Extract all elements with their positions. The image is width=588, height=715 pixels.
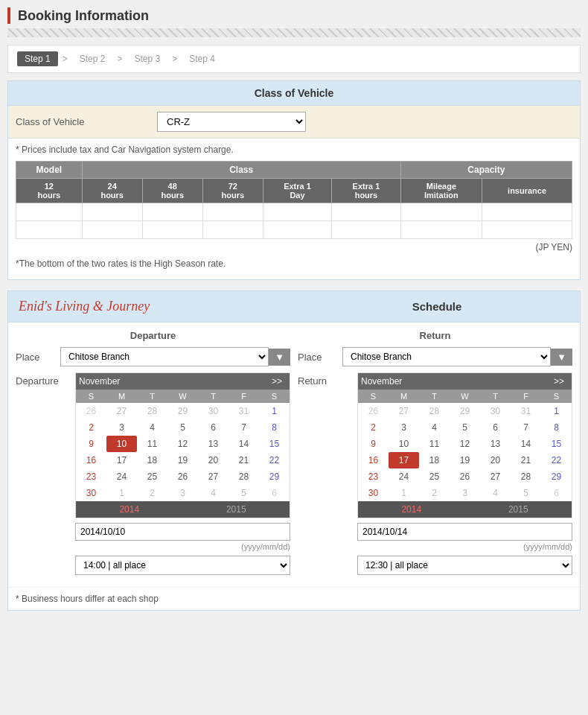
cal-cell[interactable]: 24 — [389, 468, 419, 485]
cal-cell[interactable]: 19 — [450, 452, 480, 468]
cal-cell[interactable]: 31 — [511, 403, 541, 419]
departure-year-2014[interactable]: 2014 — [76, 501, 183, 518]
cal-cell[interactable]: 20 — [480, 452, 511, 468]
cal-cell[interactable]: 3 — [167, 485, 198, 501]
cal-cell[interactable]: 28 — [419, 403, 450, 419]
cal-cell[interactable]: 20 — [198, 452, 229, 468]
cal-cell[interactable]: 24 — [106, 468, 137, 485]
cal-cell[interactable]: 2 — [137, 485, 167, 501]
cal-cell[interactable]: 25 — [419, 468, 450, 485]
cal-cell[interactable]: 26 — [358, 403, 389, 419]
departure-year-2015[interactable]: 2015 — [183, 501, 290, 518]
cal-cell[interactable]: 12 — [167, 436, 198, 452]
cal-cell[interactable]: 8 — [541, 419, 572, 436]
cal-cell[interactable]: 7 — [511, 419, 541, 436]
return-year-2014[interactable]: 2014 — [358, 501, 465, 518]
cal-cell[interactable]: 6 — [480, 419, 511, 436]
cal-cell[interactable]: 6 — [541, 485, 572, 501]
departure-place-select[interactable]: Chitose Branch Sapporo Branch Other — [60, 347, 269, 366]
cal-cell[interactable]: 10 — [389, 436, 419, 452]
cal-cell[interactable]: 14 — [229, 436, 259, 452]
cal-cell[interactable]: 14 — [511, 436, 541, 452]
step-2[interactable]: Step 2 — [72, 51, 113, 66]
return-year-2015[interactable]: 2015 — [465, 501, 572, 518]
cal-cell[interactable]: 28 — [511, 468, 541, 485]
cal-cell[interactable]: 1 — [106, 485, 137, 501]
cal-cell[interactable]: 25 — [137, 468, 167, 485]
cal-cell[interactable]: 26 — [76, 403, 106, 419]
return-cal-nav[interactable]: >> — [549, 376, 569, 387]
cal-cell[interactable]: 19 — [167, 452, 198, 468]
cal-cell[interactable]: 29 — [259, 468, 290, 485]
cal-cell[interactable]: 2 — [76, 419, 106, 436]
departure-cal-nav[interactable]: >> — [267, 376, 287, 387]
cal-cell[interactable]: 5 — [450, 419, 480, 436]
cal-cell[interactable]: 1 — [259, 403, 290, 419]
cal-cell[interactable]: 1 — [389, 485, 419, 501]
cal-cell[interactable]: 3 — [389, 419, 419, 436]
cal-cell[interactable]: 4 — [419, 419, 450, 436]
cal-cell[interactable]: 12 — [450, 436, 480, 452]
cal-cell[interactable]: 28 — [137, 403, 167, 419]
cal-cell[interactable]: 22 — [259, 452, 290, 468]
cal-cell[interactable]: 5 — [511, 485, 541, 501]
return-date-input[interactable] — [357, 523, 572, 541]
cal-cell[interactable]: 27 — [389, 403, 419, 419]
return-time-select[interactable]: 12:30 | all place 13:00 | all place 14:0… — [357, 556, 572, 575]
cal-cell[interactable]: 26 — [450, 468, 480, 485]
cal-cell[interactable]: 11 — [419, 436, 450, 452]
cal-cell[interactable]: 4 — [480, 485, 511, 501]
cal-cell[interactable]: 16 — [358, 452, 389, 468]
cal-cell[interactable]: 4 — [137, 419, 167, 436]
cal-cell[interactable]: 9 — [76, 436, 106, 452]
vehicle-select[interactable]: CR-Z Fit Note Vitz — [157, 112, 306, 132]
departure-place-btn[interactable]: ▼ — [269, 349, 290, 366]
cal-cell[interactable]: 4 — [198, 485, 229, 501]
cal-cell[interactable]: 6 — [259, 485, 290, 501]
cal-cell[interactable]: 29 — [541, 468, 572, 485]
cal-cell[interactable]: 26 — [167, 468, 198, 485]
return-place-btn[interactable]: ▼ — [551, 349, 572, 366]
cal-cell[interactable]: 30 — [358, 485, 389, 501]
cal-cell[interactable]: 30 — [76, 485, 106, 501]
cal-cell[interactable]: 3 — [106, 419, 137, 436]
cal-cell[interactable]: 16 — [76, 452, 106, 468]
cal-cell[interactable]: 9 — [358, 436, 389, 452]
cal-cell[interactable]: 22 — [541, 452, 572, 468]
cal-cell[interactable]: 30 — [198, 403, 229, 419]
cal-cell[interactable]: 29 — [167, 403, 198, 419]
cal-cell[interactable]: 17 — [106, 452, 137, 468]
step-3[interactable]: Step 3 — [127, 51, 167, 66]
cal-cell[interactable]: 21 — [511, 452, 541, 468]
cal-cell[interactable]: 21 — [229, 452, 259, 468]
cal-cell[interactable]: 23 — [358, 468, 389, 485]
cal-cell[interactable]: 2 — [358, 419, 389, 436]
cal-cell[interactable]: 23 — [76, 468, 106, 485]
cal-cell[interactable]: 28 — [229, 468, 259, 485]
cal-cell[interactable]: 15 — [259, 436, 290, 452]
cal-cell-selected-17[interactable]: 17 — [389, 452, 419, 468]
cal-cell[interactable]: 8 — [259, 419, 290, 436]
cal-cell[interactable]: 2 — [419, 485, 450, 501]
cal-cell[interactable]: 27 — [198, 468, 229, 485]
cal-cell[interactable]: 18 — [419, 452, 450, 468]
cal-cell[interactable]: 13 — [198, 436, 229, 452]
cal-cell[interactable]: 15 — [541, 436, 572, 452]
departure-date-input[interactable] — [75, 523, 290, 541]
cal-cell-selected-10[interactable]: 10 — [106, 436, 137, 452]
cal-cell[interactable]: 5 — [167, 419, 198, 436]
return-place-select[interactable]: Chitose Branch Sapporo Branch Other — [342, 347, 551, 366]
step-4[interactable]: Step 4 — [182, 51, 223, 66]
cal-cell[interactable]: 30 — [480, 403, 511, 419]
cal-cell[interactable]: 1 — [541, 403, 572, 419]
cal-cell[interactable]: 27 — [480, 468, 511, 485]
cal-cell[interactable]: 11 — [137, 436, 167, 452]
departure-time-select[interactable]: 14:00 | all place 15:00 | all place 16:0… — [75, 556, 290, 575]
step-1[interactable]: Step 1 — [17, 51, 58, 66]
cal-cell[interactable]: 7 — [229, 419, 259, 436]
cal-cell[interactable]: 13 — [480, 436, 511, 452]
cal-cell[interactable]: 31 — [229, 403, 259, 419]
cal-cell[interactable]: 29 — [450, 403, 480, 419]
cal-cell[interactable]: 5 — [229, 485, 259, 501]
cal-cell[interactable]: 6 — [198, 419, 229, 436]
